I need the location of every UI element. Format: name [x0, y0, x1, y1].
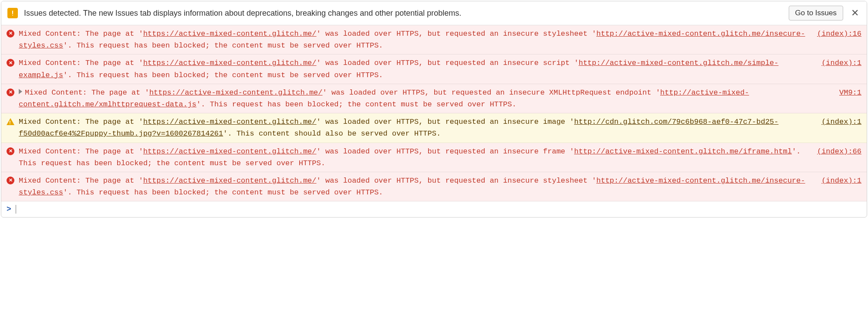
console-log-list: Mixed Content: The page at 'https://acti…: [1, 25, 867, 201]
error-icon: [7, 59, 14, 67]
log-text: ' was loaded over HTTPS, but requested a…: [317, 147, 574, 156]
error-icon: [7, 147, 14, 155]
log-text: '. This request has been blocked; the co…: [196, 100, 517, 109]
log-url[interactable]: https://active-mixed-content.glitch.me/: [143, 30, 317, 38]
log-message: Mixed Content: The page at 'https://acti…: [19, 57, 813, 81]
console-log-row[interactable]: Mixed Content: The page at 'https://acti…: [1, 113, 867, 143]
log-text: '. This content should also be served ov…: [223, 129, 441, 138]
log-source-link[interactable]: (index):1: [821, 175, 861, 187]
close-banner-button[interactable]: ✕: [849, 8, 861, 18]
log-url[interactable]: https://active-mixed-content.glitch.me/: [143, 59, 317, 67]
log-url[interactable]: http://active-mixed-content.glitch.me/if…: [574, 147, 792, 156]
log-url[interactable]: https://active-mixed-content.glitch.me/: [143, 147, 317, 156]
log-source-link[interactable]: VM9:1: [839, 87, 861, 99]
expand-triangle-icon[interactable]: [19, 89, 22, 94]
log-text: ' was loaded over HTTPS, but requested a…: [317, 177, 597, 185]
prompt-cursor: [16, 205, 16, 214]
console-panel: Issues detected. The new Issues tab disp…: [1, 1, 867, 218]
log-message: Mixed Content: The page at 'https://acti…: [19, 175, 813, 198]
log-source-link[interactable]: (index):16: [817, 28, 861, 40]
error-icon: [7, 177, 14, 184]
log-source-link[interactable]: (index):1: [821, 116, 861, 128]
log-text: ' was loaded over HTTPS, but requested a…: [317, 118, 574, 126]
log-url[interactable]: https://active-mixed-content.glitch.me/: [143, 177, 317, 185]
prompt-caret-icon: >: [7, 205, 11, 214]
log-message: Mixed Content: The page at 'https://acti…: [19, 87, 831, 110]
log-text: Mixed Content: The page at ': [19, 59, 143, 67]
log-text: '. This request has been blocked; the co…: [63, 188, 383, 197]
log-message: Mixed Content: The page at 'https://acti…: [19, 116, 813, 139]
svg-point-1: [12, 15, 13, 16]
log-text: Mixed Content: The page at ': [19, 177, 143, 185]
console-log-row[interactable]: Mixed Content: The page at 'https://acti…: [1, 54, 867, 84]
log-message: Mixed Content: The page at 'https://acti…: [19, 28, 808, 51]
error-icon: [7, 88, 14, 96]
console-log-row[interactable]: Mixed Content: The page at 'https://acti…: [1, 84, 867, 113]
log-text: '. This request has been blocked; the co…: [63, 41, 383, 50]
console-log-row[interactable]: Mixed Content: The page at 'https://acti…: [1, 25, 867, 54]
log-url[interactable]: https://active-mixed-content.glitch.me/: [149, 88, 323, 97]
log-text: Mixed Content: The page at ': [19, 30, 143, 38]
error-icon: [7, 30, 14, 37]
log-message: Mixed Content: The page at 'https://acti…: [19, 146, 808, 169]
log-text: Mixed Content: The page at ': [19, 147, 143, 156]
console-log-row[interactable]: Mixed Content: The page at 'https://acti…: [1, 172, 867, 201]
log-source-link[interactable]: (index):66: [817, 146, 861, 157]
go-to-issues-button[interactable]: Go to Issues: [789, 6, 843, 20]
issues-banner-icon: [7, 8, 18, 18]
log-text: ' was loaded over HTTPS, but requested a…: [317, 30, 597, 38]
log-text: ' was loaded over HTTPS, but requested a…: [317, 59, 579, 67]
log-text: Mixed Content: The page at ': [19, 118, 143, 126]
console-log-row[interactable]: Mixed Content: The page at 'https://acti…: [1, 143, 867, 172]
log-text: Mixed Content: The page at ': [25, 88, 149, 97]
log-url[interactable]: https://active-mixed-content.glitch.me/: [143, 118, 317, 126]
log-text: '. This request has been blocked; the co…: [63, 71, 383, 79]
log-source-link[interactable]: (index):1: [821, 57, 861, 69]
warning-icon: [7, 118, 14, 125]
console-prompt[interactable]: >: [1, 201, 867, 217]
issues-banner-text: Issues detected. The new Issues tab disp…: [24, 9, 783, 18]
issues-banner: Issues detected. The new Issues tab disp…: [1, 1, 867, 25]
log-text: ' was loaded over HTTPS, but requested a…: [323, 88, 660, 97]
